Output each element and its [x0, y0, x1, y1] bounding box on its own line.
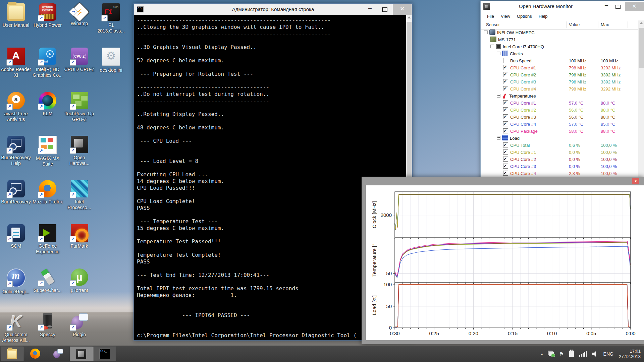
- taskbar-button-open-hardware-monitor[interactable]: [70, 347, 93, 361]
- sensor-row-cpu-core-2[interactable]: CPU Core #256,0 °C88,0 °C: [481, 107, 638, 114]
- sensor-row-cpu-core-3[interactable]: CPU Core #30,0 %100,0 %: [481, 163, 638, 170]
- sensor-row-clocks[interactable]: Clocks: [481, 50, 638, 57]
- sensor-row-cpu-core-3[interactable]: CPU Core #356,0 °C88,0 °C: [481, 114, 638, 121]
- tree-expander-icon[interactable]: [484, 31, 488, 34]
- sensor-checkbox[interactable]: [503, 149, 508, 155]
- tray-expand-icon[interactable]: ▲: [540, 352, 543, 356]
- taskbar-button-explorer[interactable]: [1, 347, 23, 361]
- sensor-row-cpu-core-4[interactable]: CPU Core #4798 MHz3292 MHz: [481, 85, 638, 93]
- messaging-tray-icon[interactable]: [549, 352, 554, 356]
- sensor-checkbox[interactable]: [503, 72, 508, 77]
- sensor-row-inflow-homepc[interactable]: INFLOW-HOMEPC: [481, 29, 638, 36]
- desktop-icon-speccy[interactable]: Speccy: [33, 313, 63, 338]
- sensor-checkbox[interactable]: [503, 107, 508, 112]
- sensor-checkbox[interactable]: [503, 86, 508, 91]
- sensor-row-cpu-core-2[interactable]: CPU Core #2798 MHz3392 MHz: [481, 71, 638, 78]
- sensor-row-cpu-core-1[interactable]: CPU Core #1798 MHz3292 MHz: [481, 64, 638, 71]
- desktop-icon-qualcomm-atheros-kill[interactable]: Qualcomm Atheros Kill...: [1, 313, 31, 343]
- tree-expander-icon[interactable]: [497, 94, 500, 98]
- desktop-icon-hybrid-power[interactable]: Hybrid Power: [33, 3, 63, 28]
- taskbar-button-pidgin[interactable]: [47, 347, 69, 361]
- menu-item-options[interactable]: Options: [514, 13, 535, 19]
- desktop-icon-burnrecovery-help[interactable]: BurnRecovery Help: [1, 136, 31, 166]
- sensor-checkbox[interactable]: [503, 171, 508, 176]
- sensor-checkbox[interactable]: [503, 164, 508, 169]
- tree-expander-icon[interactable]: [497, 52, 500, 55]
- desktop-icon-super-char[interactable]: Super-Char...: [33, 268, 63, 293]
- desktop-icon-label: Super-Char...: [33, 288, 63, 293]
- desktop-icon-furmark[interactable]: FurMark: [64, 224, 95, 249]
- sensor-row-cpu-package[interactable]: CPU Package58,0 °C88,0 °C: [481, 128, 638, 135]
- action-center-flag-icon[interactable]: ⚑: [559, 351, 564, 357]
- desktop-icon-winamp[interactable]: Winamp: [64, 3, 95, 26]
- sensor-checkbox[interactable]: [503, 79, 508, 84]
- cmd-minimize-button[interactable]: –: [363, 4, 377, 15]
- sensor-row-ms-1771[interactable]: MS-1771: [481, 36, 638, 43]
- sensor-checkbox[interactable]: [503, 58, 508, 63]
- ohm-minimize-button[interactable]: –: [601, 1, 612, 12]
- desktop-icon-scm[interactable]: SCM: [1, 224, 31, 249]
- desktop-icon-techpowerup-gpu-z[interactable]: TechPowerUp GPU-Z: [64, 92, 95, 122]
- desktop-icon-torrent[interactable]: µTorrent: [64, 268, 95, 293]
- desktop-icon-f1-2013-class[interactable]: F1 2013.Class...: [96, 3, 126, 34]
- desktop-icon-klm[interactable]: KLM: [33, 92, 63, 117]
- sensor-row-cpu-total[interactable]: CPU Total0,6 %100,0 %: [481, 142, 638, 149]
- network-signal-icon[interactable]: [579, 351, 587, 357]
- sensor-row-cpu-core-1[interactable]: CPU Core #157,0 °C88,0 °C: [481, 100, 638, 107]
- column-header-sensor[interactable]: Sensor: [486, 22, 500, 27]
- scroll-up-icon[interactable]: [640, 22, 643, 24]
- sensor-checkbox[interactable]: [503, 121, 508, 126]
- sensor-checkbox[interactable]: [503, 114, 508, 119]
- desktop-icon-burnrecovery[interactable]: BurnRecovery: [1, 180, 31, 205]
- sensor-row-cpu-core-3[interactable]: CPU Core #3798 MHz3392 MHz: [481, 78, 638, 85]
- taskbar-clock[interactable]: 17:01 27.12.2013: [619, 349, 641, 359]
- ohm-close-button[interactable]: ✕: [625, 2, 644, 11]
- shortcut-arrow-icon: [38, 324, 44, 331]
- column-header-max[interactable]: Max: [601, 22, 609, 27]
- desktop-icon-desktop-ini[interactable]: desktop.ini: [96, 48, 126, 73]
- menu-item-view[interactable]: View: [498, 13, 513, 19]
- taskbar-button-command-prompt[interactable]: [93, 347, 116, 361]
- desktop-icon-user-manual[interactable]: User Manual: [1, 3, 31, 28]
- cmd-close-button[interactable]: ✕: [393, 4, 412, 15]
- sensor-row-cpu-core-1[interactable]: CPU Core #10,0 %100,0 %: [481, 149, 638, 156]
- scroll-up-icon[interactable]: [408, 16, 411, 18]
- ohm-maximize-button[interactable]: [612, 1, 624, 12]
- sensor-row-load[interactable]: Load: [481, 135, 638, 142]
- language-indicator[interactable]: ENG: [603, 351, 613, 357]
- power-icon[interactable]: [569, 351, 574, 357]
- sensor-checkbox[interactable]: [503, 128, 508, 133]
- sensor-row-bus-speed[interactable]: Bus Speed100 MHz100 MHz: [481, 57, 638, 64]
- desktop-icon-intel-processo[interactable]: Intel Processo...: [64, 180, 95, 210]
- sensor-checkbox[interactable]: [503, 157, 508, 162]
- desktop-icon-adobe-reader-xi[interactable]: Adobe Reader XI: [1, 48, 31, 78]
- desktop-icon-magix-mx-suite[interactable]: MAGIX MX Suite: [33, 136, 63, 167]
- desktop-icon-cpuid-cpu-z[interactable]: CPUID CPU-Z: [64, 48, 95, 72]
- sensor-row-temperatures[interactable]: Temperatures: [481, 93, 638, 100]
- taskbar-button-firefox[interactable]: [24, 347, 46, 361]
- ohm-scrollbar[interactable]: [638, 20, 644, 188]
- tree-expander-icon[interactable]: [497, 136, 500, 140]
- sensor-row-cpu-core-2[interactable]: CPU Core #20,0 %100,0 %: [481, 156, 638, 163]
- desktop-icon-avast-free-antivirus[interactable]: avast! Free Antivirus: [1, 92, 31, 122]
- desktop-icon-pidgin[interactable]: Pidgin: [64, 313, 95, 338]
- sensor-checkbox[interactable]: [503, 100, 508, 105]
- ohm-scrollbar-thumb[interactable]: [639, 28, 644, 68]
- chart-close-button[interactable]: x: [632, 178, 639, 184]
- sensor-checkbox[interactable]: [503, 142, 508, 147]
- sensor-row-cpu-core-4[interactable]: CPU Core #42,3 %100,0 %: [481, 170, 638, 177]
- cmd-maximize-button[interactable]: [378, 4, 391, 15]
- volume-icon[interactable]: [592, 351, 598, 356]
- sensor-row-intel-core-i7-4700hq[interactable]: Intel Core i7-4700HQ: [481, 43, 638, 50]
- sensor-checkbox[interactable]: [503, 65, 508, 70]
- tree-expander-icon[interactable]: [490, 45, 494, 48]
- column-header-value[interactable]: Value: [569, 22, 580, 27]
- sensor-row-cpu-core-4[interactable]: CPU Core #457,0 °C85,0 °C: [481, 121, 638, 128]
- desktop-icon-onlineregi[interactable]: OnlineRegi...: [1, 268, 31, 295]
- desktop-icon-geforce-experience[interactable]: GeForce Experience: [33, 224, 63, 255]
- desktop-icon-open-hardwa[interactable]: Open Hardwa...: [64, 136, 95, 166]
- menu-item-file[interactable]: File: [484, 13, 497, 19]
- menu-item-help[interactable]: Help: [536, 13, 551, 19]
- desktop-icon-intel-r-hd-graphics-co[interactable]: Intel(R) HD Graphics Co...: [33, 48, 63, 78]
- desktop-icon-mozilla-firefox[interactable]: Mozilla Firefox: [33, 180, 63, 205]
